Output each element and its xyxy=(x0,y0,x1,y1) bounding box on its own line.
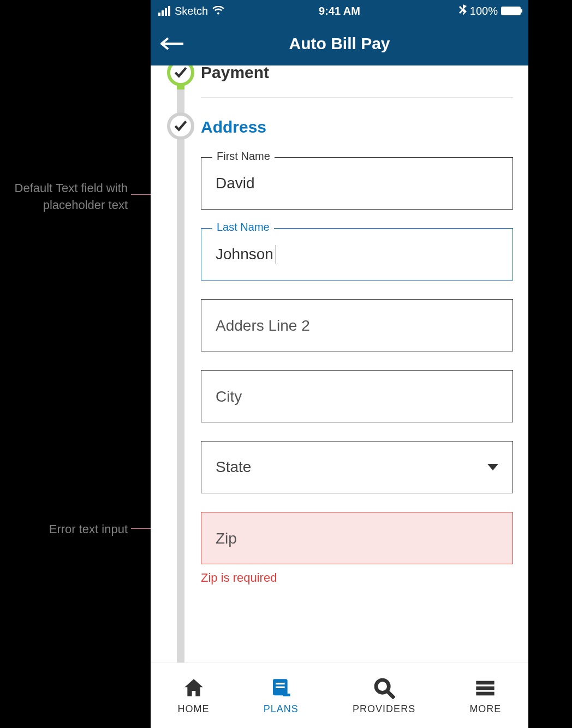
section-divider xyxy=(201,97,513,98)
content-area: Payment Address First Name Last Name Joh… xyxy=(151,65,528,663)
svg-rect-3 xyxy=(283,694,290,696)
annotation-error-field: Error text input xyxy=(49,521,128,538)
signal-bars-icon xyxy=(158,6,170,16)
zip-error-message: Zip is required xyxy=(201,571,513,585)
status-bar: Sketch 9:41 AM 100% xyxy=(151,0,528,22)
phone-frame: Sketch 9:41 AM 100% Auto Bill Pay xyxy=(151,0,528,663)
hamburger-icon xyxy=(474,676,496,700)
address-line-2-field[interactable]: Adders Line 2 xyxy=(201,299,513,351)
battery-pct-label: 100% xyxy=(470,5,498,17)
annotation-panel: Default Text field with placeholder text… xyxy=(0,0,151,728)
search-icon xyxy=(373,676,395,700)
home-icon xyxy=(183,676,205,700)
text-caret xyxy=(276,245,276,264)
tab-providers[interactable]: PROVIDERS xyxy=(353,676,415,715)
plans-icon xyxy=(270,676,292,700)
wifi-icon xyxy=(212,5,224,17)
city-field[interactable]: City xyxy=(201,370,513,422)
carrier-label: Sketch xyxy=(175,5,208,17)
step-address-label: Address xyxy=(201,118,266,136)
check-icon xyxy=(174,119,188,133)
svg-point-4 xyxy=(376,680,389,693)
tab-home-label: HOME xyxy=(178,703,210,715)
zip-field[interactable]: Zip xyxy=(201,512,513,564)
tab-plans[interactable]: PLANS xyxy=(264,676,299,715)
svg-rect-7 xyxy=(476,687,494,690)
stepper-rail xyxy=(177,65,184,663)
step-payment-indicator xyxy=(167,65,194,86)
zip-placeholder: Zip xyxy=(201,512,513,565)
annotation-default-field: Default Text field with placeholder text xyxy=(0,180,128,214)
back-button[interactable] xyxy=(160,37,183,50)
nav-header: Auto Bill Pay xyxy=(151,22,528,65)
page-title: Auto Bill Pay xyxy=(289,34,390,53)
state-select[interactable]: State xyxy=(201,441,513,493)
clock-label: 9:41 AM xyxy=(279,5,400,17)
chevron-down-icon xyxy=(487,464,498,470)
svg-rect-6 xyxy=(476,681,494,685)
city-placeholder: City xyxy=(201,371,513,423)
state-placeholder: State xyxy=(216,458,251,476)
tab-providers-label: PROVIDERS xyxy=(353,703,415,715)
svg-rect-2 xyxy=(276,687,285,688)
tab-bar: HOME PLANS PROVIDERS MORE xyxy=(151,663,528,728)
svg-rect-8 xyxy=(476,692,494,696)
last-name-field[interactable]: Last Name Johnson xyxy=(201,228,513,281)
last-name-label: Last Name xyxy=(212,221,274,234)
step-address-indicator xyxy=(167,112,194,140)
address-form: First Name Last Name Johnson Adders Line… xyxy=(201,157,513,596)
tab-more[interactable]: MORE xyxy=(469,676,501,715)
tab-more-label: MORE xyxy=(469,703,501,715)
battery-icon xyxy=(501,7,521,15)
bluetooth-icon xyxy=(459,4,467,18)
step-payment-label: Payment xyxy=(201,65,269,82)
address-line-2-placeholder: Adders Line 2 xyxy=(201,300,513,352)
first-name-field[interactable]: First Name xyxy=(201,157,513,210)
last-name-input[interactable]: Johnson xyxy=(216,246,273,263)
svg-line-5 xyxy=(387,691,394,698)
svg-rect-1 xyxy=(276,683,285,684)
first-name-input[interactable] xyxy=(201,158,513,209)
first-name-label: First Name xyxy=(212,150,275,163)
tab-home[interactable]: HOME xyxy=(178,676,210,715)
check-icon xyxy=(174,65,188,80)
tab-plans-label: PLANS xyxy=(264,703,299,715)
